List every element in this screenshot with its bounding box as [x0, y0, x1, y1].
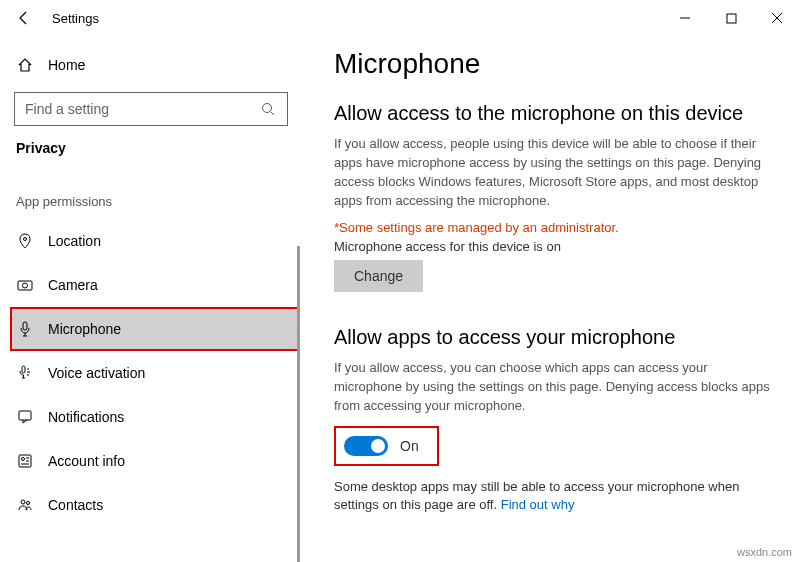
search-placeholder: Find a setting [25, 101, 259, 117]
svg-rect-11 [19, 411, 31, 420]
change-button[interactable]: Change [334, 260, 423, 292]
search-icon [259, 100, 277, 118]
svg-rect-12 [19, 455, 31, 467]
window-title: Settings [52, 11, 99, 26]
sidebar-item-label: Contacts [48, 497, 103, 513]
sidebar-item-voice-activation[interactable]: Voice activation [12, 351, 300, 395]
sidebar-item-contacts[interactable]: Contacts [12, 483, 300, 527]
sidebar-item-location[interactable]: Location [12, 219, 300, 263]
sidebar-item-microphone[interactable]: Microphone [10, 307, 300, 351]
home-icon [16, 56, 34, 74]
maximize-icon [726, 13, 737, 24]
sidebar-home[interactable]: Home [12, 46, 300, 84]
camera-icon [16, 276, 34, 294]
sidebar: Home Find a setting Privacy App permissi… [0, 36, 300, 562]
apps-access-toggle-row: On [334, 426, 439, 466]
sidebar-item-label: Camera [48, 277, 98, 293]
sidebar-section-header: App permissions [12, 170, 300, 219]
svg-line-5 [271, 112, 274, 115]
minimize-icon [679, 12, 691, 24]
location-icon [16, 232, 34, 250]
maximize-button[interactable] [708, 0, 754, 36]
find-out-why-link[interactable]: Find out why [501, 497, 575, 512]
close-button[interactable] [754, 0, 800, 36]
section1-heading: Allow access to the microphone on this d… [334, 102, 776, 125]
sidebar-category: Privacy [12, 140, 300, 170]
sidebar-item-account-info[interactable]: Account info [12, 439, 300, 483]
sidebar-item-label: Microphone [48, 321, 121, 337]
toggle-label: On [400, 438, 419, 454]
minimize-button[interactable] [662, 0, 708, 36]
search-input[interactable]: Find a setting [14, 92, 288, 126]
window-controls [662, 0, 800, 36]
apps-access-toggle[interactable] [344, 436, 388, 456]
svg-point-13 [22, 458, 25, 461]
device-access-status: Microphone access for this device is on [334, 239, 776, 254]
notifications-icon [16, 408, 34, 426]
svg-point-18 [27, 502, 30, 505]
svg-point-17 [21, 500, 25, 504]
arrow-left-icon [16, 10, 32, 26]
section2-footnote: Some desktop apps may still be able to a… [334, 478, 776, 514]
title-bar: Settings [0, 0, 800, 36]
svg-point-8 [23, 283, 28, 288]
main-content: Microphone Allow access to the microphon… [300, 36, 800, 562]
microphone-icon [16, 320, 34, 338]
section2-desc: If you allow access, you can choose whic… [334, 359, 776, 416]
svg-point-4 [263, 104, 272, 113]
section1-desc: If you allow access, people using this d… [334, 135, 776, 210]
svg-rect-10 [22, 366, 25, 373]
sidebar-item-camera[interactable]: Camera [12, 263, 300, 307]
page-title: Microphone [334, 48, 776, 80]
voice-activation-icon [16, 364, 34, 382]
sidebar-item-label: Notifications [48, 409, 124, 425]
close-icon [771, 12, 783, 24]
watermark: wsxdn.com [737, 546, 792, 558]
sidebar-home-label: Home [48, 57, 85, 73]
svg-point-6 [24, 238, 27, 241]
svg-rect-7 [18, 281, 32, 290]
sidebar-item-label: Voice activation [48, 365, 145, 381]
sidebar-item-notifications[interactable]: Notifications [12, 395, 300, 439]
section2-heading: Allow apps to access your microphone [334, 326, 776, 349]
sidebar-item-label: Account info [48, 453, 125, 469]
back-button[interactable] [12, 10, 36, 26]
sidebar-item-label: Location [48, 233, 101, 249]
contacts-icon [16, 496, 34, 514]
svg-rect-1 [727, 14, 736, 23]
admin-warning: *Some settings are managed by an adminis… [334, 220, 776, 235]
sidebar-scrollbar[interactable] [297, 246, 300, 562]
account-info-icon [16, 452, 34, 470]
svg-rect-9 [23, 322, 27, 330]
